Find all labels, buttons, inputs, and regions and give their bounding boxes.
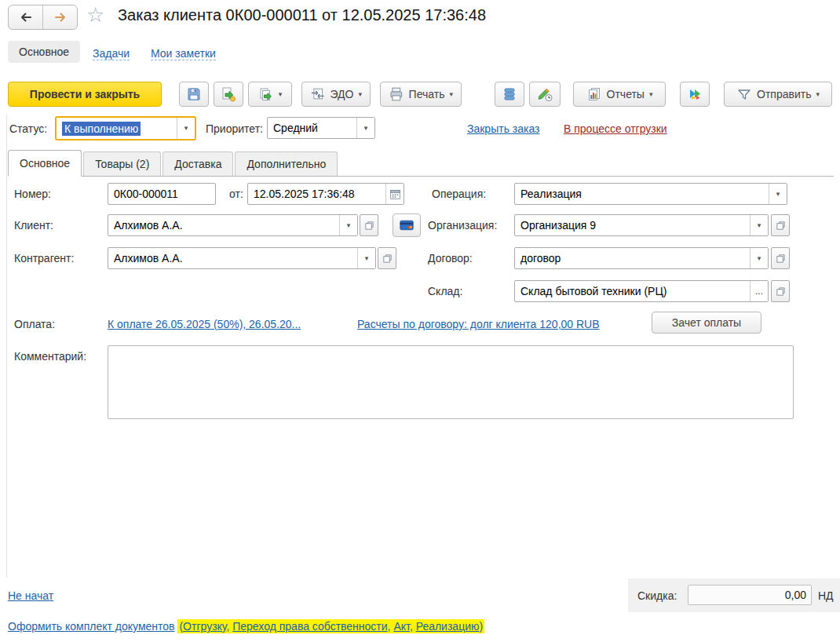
section-main[interactable]: Основное <box>8 41 80 63</box>
section-tasks-link[interactable]: Задачи <box>93 47 130 60</box>
send-button[interactable]: Отправить ▾ <box>724 82 832 107</box>
client-input[interactable] <box>108 215 339 235</box>
change-history-icon <box>536 86 553 102</box>
post-document-button[interactable] <box>214 82 243 107</box>
discount-input[interactable] <box>688 585 812 605</box>
operation-input[interactable] <box>515 184 769 204</box>
client-dropdown-button[interactable]: ▾ <box>339 215 357 235</box>
open-in-new-icon <box>382 254 393 264</box>
doc-shipment-link[interactable]: Отгрузку <box>183 620 226 633</box>
edo-button-label: ЭДО <box>331 88 354 100</box>
create-documents-link[interactable]: Оформить комплект документов <box>8 620 175 633</box>
reports-button-label: Отчеты <box>607 88 645 100</box>
comment-label: Комментарий: <box>14 350 86 363</box>
organization-input[interactable] <box>515 215 750 235</box>
register-records-button[interactable] <box>495 82 524 107</box>
chevron-down-icon: ▾ <box>449 91 453 98</box>
date-input[interactable] <box>248 184 385 204</box>
contract-input[interactable] <box>515 248 750 268</box>
edo-icon <box>310 86 326 102</box>
forward-icon <box>53 9 68 25</box>
contract-open-button[interactable] <box>771 247 790 269</box>
warehouse-choose-button[interactable]: ... <box>750 281 768 301</box>
counterparty-dropdown-button[interactable]: ▾ <box>357 248 375 268</box>
doc-ownership-transfer-link[interactable]: Переход права собственности <box>232 620 387 633</box>
window-title: Заказ клиента 0К00-000011 от 12.05.2025 … <box>118 6 486 24</box>
tab-goods[interactable]: Товары (2) <box>83 151 161 176</box>
status-dropdown-button[interactable]: ▾ <box>177 118 195 139</box>
change-history-button[interactable] <box>529 82 561 107</box>
contract-label: Договор: <box>428 252 473 264</box>
back-button[interactable] <box>9 5 42 29</box>
favorite-star-icon[interactable]: ☆ <box>86 5 104 25</box>
open-in-new-icon <box>776 254 786 264</box>
priority-dropdown-button[interactable]: ▾ <box>356 118 374 138</box>
totals-panel: Скидка: НД <box>628 578 840 612</box>
organization-dropdown-button[interactable]: ▾ <box>750 215 768 235</box>
progress-link[interactable]: Не начат <box>8 589 53 602</box>
calendar-icon <box>389 188 401 200</box>
client-open-button[interactable] <box>360 214 378 236</box>
calendar-button[interactable] <box>385 184 404 204</box>
business-process-icon <box>687 86 703 102</box>
printer-icon <box>389 86 404 102</box>
priority-value: Средний <box>268 118 356 138</box>
chevron-down-icon: ▾ <box>279 91 283 98</box>
post-document-icon <box>221 86 236 102</box>
ellipsis-icon: ... <box>755 286 763 297</box>
payment-offset-button[interactable]: Зачет оплаты <box>652 312 761 334</box>
organization-label: Организация: <box>428 219 497 232</box>
post-and-close-button[interactable]: Провести и закрыть <box>8 82 162 107</box>
save-button[interactable] <box>179 82 209 107</box>
settlements-link[interactable]: Расчеты по договору: долг клиента 120,00… <box>357 318 600 330</box>
payment-schedule-link[interactable]: К оплате 26.05.2025 (50%), 26.05.20... <box>108 318 301 330</box>
chevron-down-icon: ▾ <box>364 125 368 132</box>
payment-label: Оплата: <box>14 318 55 330</box>
payment-card-icon <box>400 219 414 232</box>
chevron-down-icon: ▾ <box>649 91 653 98</box>
save-icon <box>186 86 202 102</box>
send-button-label: Отправить <box>757 88 811 100</box>
operation-dropdown-button[interactable]: ▾ <box>769 184 787 204</box>
contract-dropdown-button[interactable]: ▾ <box>750 248 768 268</box>
comment-textarea[interactable] <box>108 345 794 419</box>
close-order-link[interactable]: Закрыть заказ <box>467 122 540 135</box>
status-label: Статус: <box>9 122 47 135</box>
doc-act-link[interactable]: Акт <box>393 620 409 633</box>
doc-realization-link[interactable]: Реализацию <box>416 620 480 633</box>
tab-main[interactable]: Основное <box>8 150 82 177</box>
section-notes-link[interactable]: Мои заметки <box>151 47 216 60</box>
shipment-status-link[interactable]: В процессе отгрузки <box>564 122 667 135</box>
operation-label: Операция: <box>432 188 486 200</box>
edo-button[interactable]: ЭДО ▾ <box>301 82 371 107</box>
organization-open-button[interactable] <box>771 214 790 236</box>
counterparty-open-button[interactable] <box>378 247 396 269</box>
open-in-new-icon <box>364 221 374 231</box>
tab-extra[interactable]: Дополнительно <box>235 151 338 176</box>
number-input[interactable] <box>108 184 215 204</box>
reports-button[interactable]: Отчеты ▾ <box>573 82 666 107</box>
counterparty-input[interactable] <box>108 248 357 268</box>
back-icon <box>18 9 34 25</box>
nav-buttons <box>8 5 78 30</box>
create-based-on-button[interactable]: ▾ <box>248 82 292 107</box>
chevron-down-icon: ▾ <box>358 91 362 98</box>
number-label: Номер: <box>14 188 51 200</box>
tab-delivery[interactable]: Доставка <box>163 151 233 176</box>
client-order-window: ☆ Заказ клиента 0К00-000011 от 12.05.202… <box>0 0 840 642</box>
print-button-label: Печать <box>409 88 445 100</box>
form-tabs: Основное Товары (2) Доставка Дополнитель… <box>8 151 834 177</box>
business-process-button[interactable] <box>680 82 710 107</box>
documents-highlight: (Отгрузку, Переход права собственности, … <box>177 619 484 633</box>
payment-card-button[interactable] <box>393 213 421 237</box>
forward-button[interactable] <box>42 5 77 29</box>
counterparty-label: Контрагент: <box>14 252 74 264</box>
warehouse-open-button[interactable] <box>771 280 790 302</box>
form-frame-border <box>6 115 7 578</box>
warehouse-input[interactable] <box>515 281 750 301</box>
priority-combobox[interactable]: Средний ▾ <box>267 117 375 139</box>
print-button[interactable]: Печать ▾ <box>380 82 462 107</box>
warehouse-label: Склад: <box>428 285 462 297</box>
client-label: Клиент: <box>14 219 53 232</box>
status-combobox[interactable]: К выполнению ▾ <box>55 116 196 140</box>
